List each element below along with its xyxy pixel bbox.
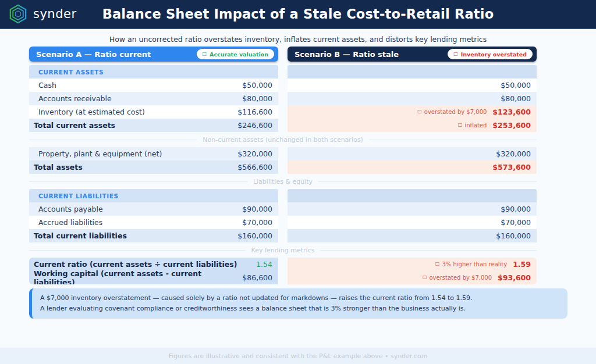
accrued-value-b: $70,000 <box>501 218 531 227</box>
tca-note-text: inflated <box>464 122 487 129</box>
current-liabilities-section-label: CURRENT LIABILITIES <box>38 192 119 199</box>
page-title: Balance Sheet Impact of a Stale Cost-to-… <box>0 6 596 22</box>
check-tofu-icon: □ <box>203 52 207 56</box>
tca-note-b: □ inflated <box>458 122 487 129</box>
tcl-value-a: $160,000 <box>237 231 272 240</box>
warning-tofu-icon: □ <box>417 109 422 114</box>
ta-cell-b: $573,600 <box>288 160 537 174</box>
key-lending-metrics-block: Current ratio (current assets ÷ current … <box>29 258 537 284</box>
scenario-b-header: Scenario B — Ratio stale □ Inventory ove… <box>288 47 537 62</box>
table-row-ppe: Property, plant & equipment (net) $320,0… <box>29 147 537 160</box>
warning-tofu-icon: □ <box>458 123 463 127</box>
inventory-label: Inventory (at estimated cost) <box>38 108 145 116</box>
scenario-headers: Scenario A — Ratio current □ Accurate va… <box>29 47 537 62</box>
footer-text: Figures are illustrative and consistent … <box>169 352 428 360</box>
ap-label: Accounts payable <box>38 205 103 213</box>
scenario-a-badge-label: Accurate valuation <box>210 51 268 58</box>
working-capital-cell-a: Working capital (current assets - curren… <box>29 271 278 284</box>
ar-cell-b: $80,000 <box>288 92 537 105</box>
current-ratio-value-a: 1.54 <box>256 260 272 269</box>
cash-cell-a: Cash $50,000 <box>29 78 278 92</box>
divider-liabilities-label: Liabilities & equity <box>253 178 313 185</box>
ppe-label: Property, plant & equipment (net) <box>38 149 162 158</box>
tcl-cell-b: $160,000 <box>288 229 537 242</box>
inventory-value-a: $116,600 <box>237 108 272 116</box>
accrued-cell-b: $70,000 <box>288 216 537 229</box>
ppe-value-a: $320,000 <box>237 149 272 158</box>
inventory-cell-b: □ overstated by $7,000 $123,600 <box>288 105 537 119</box>
current-ratio-value-b: 1.59 <box>513 260 531 269</box>
scenario-a-header: Scenario A — Ratio current □ Accurate va… <box>29 47 278 62</box>
header-bar: synder Balance Sheet Impact of a Stale C… <box>0 0 596 29</box>
table-row-accounts-payable: Accounts payable $90,000 $90,000 <box>29 202 537 216</box>
tca-value-a: $246,600 <box>237 121 272 130</box>
cash-label: Cash <box>38 81 56 90</box>
scenario-a-title: Scenario A — Ratio current <box>36 50 151 59</box>
ap-value-b: $90,000 <box>501 205 531 213</box>
divider-noncurrent-assets: Non-current assets (unchanged in both sc… <box>29 132 537 147</box>
ar-value-a: $80,000 <box>242 94 272 103</box>
working-capital-value-a: $86,600 <box>242 273 272 282</box>
accrued-label: Accrued liabilities <box>38 218 102 227</box>
current-ratio-label: Current ratio (current assets ÷ current … <box>34 260 237 269</box>
current-assets-section-header: CURRENT ASSETS <box>29 65 278 78</box>
tca-cell-a: Total current assets $246,600 <box>29 119 278 132</box>
synder-hexagon-logo-icon <box>8 4 28 24</box>
table-row-inventory: Inventory (at estimated cost) $116,600 □… <box>29 105 537 119</box>
warning-tofu-icon: □ <box>423 275 427 280</box>
metric-row-working-capital: Working capital (current assets - curren… <box>29 271 537 284</box>
working-capital-note-text: overstated by $7,000 <box>429 274 492 281</box>
warning-tofu-icon: □ <box>435 262 440 266</box>
ap-cell-a: Accounts payable $90,000 <box>29 202 278 216</box>
current-ratio-note-text: 3% higher than reality <box>442 261 507 267</box>
table-row-total-current-liabilities: Total current liabilities $160,000 $160,… <box>29 229 537 242</box>
ta-value-a: $566,600 <box>237 163 272 172</box>
working-capital-cell-b: □ overstated by $7,000 $93,600 <box>288 271 537 284</box>
ar-value-b: $80,000 <box>501 94 531 103</box>
warning-tofu-icon: □ <box>453 52 458 56</box>
ppe-cell-b: $320,000 <box>288 147 537 160</box>
table-row-total-current-assets: Total current assets $246,600 □ inflated… <box>29 119 537 132</box>
accrued-cell-a: Accrued liabilities $70,000 <box>29 216 278 229</box>
ta-label: Total assets <box>34 163 83 172</box>
scenario-b-title: Scenario B — Ratio stale <box>295 50 399 59</box>
tca-label: Total current assets <box>34 121 115 130</box>
infographic-page: synder Balance Sheet Impact of a Stale C… <box>0 0 596 364</box>
divider-noncurrent-label: Non-current assets (unchanged in both sc… <box>203 136 363 144</box>
current-assets-section-bar-b <box>288 65 537 78</box>
inventory-cell-a: Inventory (at estimated cost) $116,600 <box>29 105 278 119</box>
working-capital-label: Working capital (current assets - curren… <box>34 269 242 285</box>
current-liabilities-section-header: CURRENT LIABILITIES <box>29 189 278 202</box>
cash-value-a: $50,000 <box>242 81 272 90</box>
divider-liabilities-equity: Liabilities & equity <box>29 174 537 189</box>
table-row-accounts-receivable: Accounts receivable $80,000 $80,000 <box>29 92 537 105</box>
tcl-label: Total current liabilities <box>34 231 127 240</box>
footer-band: Figures are illustrative and consistent … <box>0 348 596 364</box>
brand-logo: synder <box>8 4 77 24</box>
tca-value-b: $253,600 <box>492 121 531 130</box>
divider-metrics-label: Key lending metrics <box>251 247 315 254</box>
section-row-current-liabilities: CURRENT LIABILITIES <box>29 189 537 202</box>
working-capital-note-b: □ overstated by $7,000 <box>423 274 492 281</box>
ppe-value-b: $320,000 <box>496 149 531 158</box>
ap-cell-b: $90,000 <box>288 202 537 216</box>
ppe-cell-a: Property, plant & equipment (net) $320,0… <box>29 147 278 160</box>
ta-value-b: $573,600 <box>492 163 531 172</box>
brand-name: synder <box>33 7 77 21</box>
cash-value-b: $50,000 <box>501 81 531 90</box>
ta-cell-a: Total assets $566,600 <box>29 160 278 174</box>
table-row-total-assets: Total assets $566,600 $573,600 <box>29 160 537 174</box>
current-liabilities-section-bar-b <box>288 189 537 202</box>
current-assets-section-label: CURRENT ASSETS <box>38 69 104 76</box>
ar-label: Accounts receivable <box>38 94 112 103</box>
summary-note-line1: A $7,000 inventory overstatement — cause… <box>40 293 559 304</box>
ap-value-a: $90,000 <box>242 205 272 213</box>
comparison-table: Scenario A — Ratio current □ Accurate va… <box>29 47 537 319</box>
tca-cell-b: □ inflated $253,600 <box>288 119 537 132</box>
summary-note-box: A $7,000 inventory overstatement — cause… <box>29 288 567 319</box>
scenario-b-badge-label: Inventory overstated <box>461 51 527 58</box>
inventory-note-text: overstated by $7,000 <box>424 109 487 115</box>
inventory-note-b: □ overstated by $7,000 <box>417 109 487 115</box>
table-row-accrued-liabilities: Accrued liabilities $70,000 $70,000 <box>29 216 537 229</box>
inventory-value-b: $123,600 <box>492 108 531 116</box>
